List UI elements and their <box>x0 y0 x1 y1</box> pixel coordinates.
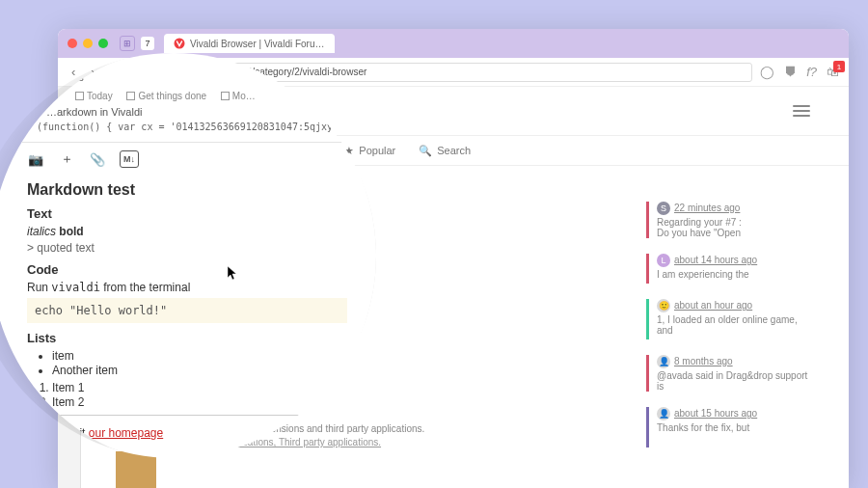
menu-button[interactable] <box>793 105 810 117</box>
maximize-icon[interactable] <box>98 39 108 48</box>
avatar: 👤 <box>657 407 670 420</box>
italics-sample: italics <box>27 225 56 238</box>
thread-snippet: 1, I loaded an older online game, and <box>657 314 810 336</box>
thread-snippet: Regarding your #7 :Do you have "Open <box>657 217 810 238</box>
avatar: 👤 <box>657 355 670 368</box>
thread-meta: Labout 14 hours agoI am experiencing the <box>646 254 810 284</box>
thread-meta: S22 minutes agoRegarding your #7 :Do you… <box>646 202 810 238</box>
back-button[interactable]: ‹ <box>68 63 79 81</box>
list-item: Item 2 <box>52 395 347 409</box>
list-item: Item 1 <box>52 381 347 394</box>
window-controls <box>68 39 108 48</box>
thread-snippet: I am experiencing the <box>657 269 810 280</box>
gold-badge <box>116 451 156 488</box>
note-entry-code[interactable]: (function() { var cx = '0141325636691208… <box>17 122 357 132</box>
thread-time: about 14 hours ago <box>674 255 757 265</box>
ordered-list: Item 1 Item 2 <box>27 381 347 409</box>
person-icon[interactable]: ◯ <box>760 65 774 79</box>
tab-active[interactable]: Vivaldi Browser | Vivaldi Foru… <box>164 34 335 53</box>
plus-icon[interactable]: ＋ <box>58 150 75 168</box>
heading-text: Text <box>27 206 347 221</box>
camera-icon[interactable]: 📷 <box>27 150 44 168</box>
checkbox-icon[interactable] <box>221 92 230 100</box>
vivaldi-icon <box>174 38 185 49</box>
grid-icon[interactable]: ⊞ <box>120 36 135 51</box>
fonts-icon[interactable]: f? <box>806 65 817 79</box>
homepage-link[interactable]: our homepage <box>89 426 163 440</box>
thread-time: about 15 hours ago <box>674 408 757 419</box>
thread-meta: 👤about 15 hours agoThanks for the fix, b… <box>646 407 810 447</box>
toolbar-right: ◯ ⛊ f? 🛍1 <box>760 65 839 79</box>
shopping-icon[interactable]: 🛍1 <box>827 65 839 79</box>
avatar: S <box>657 202 670 215</box>
thread-meta: 👤8 months ago@avada said in Drag&drop su… <box>646 355 810 392</box>
close-icon[interactable] <box>68 39 77 48</box>
note-toolbar: 📷 ＋ 📎 M↓ <box>17 142 357 176</box>
checkbox-icon[interactable] <box>75 92 84 100</box>
checkbox-icon[interactable] <box>126 92 135 100</box>
shield-icon[interactable]: ⛊ <box>784 65 797 79</box>
note-title: Markdown test <box>27 181 347 199</box>
bold-sample: bold <box>59 225 83 238</box>
nav-search[interactable]: 🔍Search <box>419 145 471 157</box>
note-body: Markdown test Text italics bold > quoted… <box>17 181 357 443</box>
tab-count[interactable]: 7 <box>141 37 154 50</box>
list-item: item <box>52 349 347 363</box>
list-item: Another item <box>52 364 347 377</box>
attachment-icon[interactable]: 📎 <box>89 150 106 168</box>
thread-meta: 🙂about an hour ago1, I loaded an older o… <box>646 299 810 339</box>
thread-snippet: Thanks for the fix, but <box>657 422 810 433</box>
unordered-list: item Another item <box>27 349 347 377</box>
inline-code: vivaldi <box>51 281 100 294</box>
code-block: echo "Hello world!" <box>27 298 347 323</box>
quoted-text: > quoted text <box>27 241 347 255</box>
heading-lists: Lists <box>27 331 347 345</box>
thread-snippet: @avada said in Drag&drop support is <box>657 370 810 392</box>
tab-title: Vivaldi Browser | Vivaldi Foru… <box>190 39 325 49</box>
svg-point-2 <box>38 424 55 442</box>
thread-time: about an hour ago <box>674 300 752 311</box>
heading-code: Code <box>27 262 347 277</box>
nav-popular[interactable]: ★Popular <box>344 145 395 157</box>
thread-time: 8 months ago <box>674 356 733 366</box>
avatar: L <box>657 254 670 267</box>
note-entry[interactable]: …arkdown in Vivaldi <box>17 106 357 118</box>
vivaldi-icon <box>37 423 56 443</box>
thread-time: 22 minutes ago <box>674 203 740 213</box>
minimize-icon[interactable] <box>83 39 93 48</box>
search-icon: 🔍 <box>419 145 432 157</box>
markdown-icon[interactable]: M↓ <box>120 150 139 168</box>
avatar: 🙂 <box>657 299 670 312</box>
